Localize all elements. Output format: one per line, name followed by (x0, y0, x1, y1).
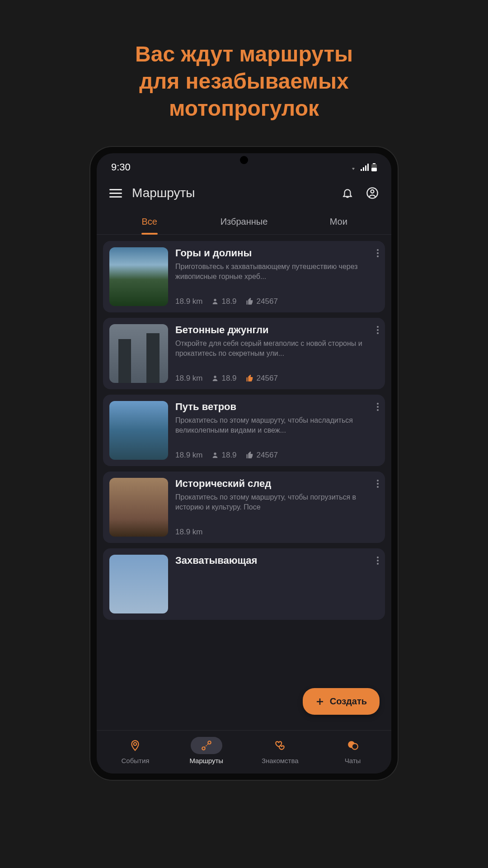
route-thumbnail (109, 247, 168, 306)
svg-point-10 (208, 741, 211, 744)
tab-2[interactable]: Мои (291, 209, 386, 234)
thumb-up-icon (246, 297, 254, 306)
route-card[interactable]: Бетонные джунгли Откройте для себя серый… (103, 318, 385, 389)
route-thumbnail (109, 401, 168, 460)
battery-icon (371, 163, 377, 171)
wifi-icon (349, 164, 358, 171)
nav-item-dating[interactable]: Знакомства (262, 737, 299, 764)
route-title: Путь ветров (175, 401, 379, 413)
route-stats: 18.9 km 18.9 24567 (175, 451, 379, 460)
card-menu-icon[interactable] (375, 478, 380, 490)
person-icon (211, 375, 219, 382)
card-menu-icon[interactable] (375, 401, 380, 413)
tab-0[interactable]: Все (102, 209, 197, 234)
route-card[interactable]: Горы и долины Приготовьтесь к захватываю… (103, 241, 385, 312)
distance-stat: 18.9 km (175, 374, 202, 383)
people-stat: 18.9 (211, 374, 236, 383)
route-list[interactable]: Горы и долины Приготовьтесь к захватываю… (97, 235, 391, 730)
distance-stat: 18.9 km (175, 451, 202, 460)
bell-icon[interactable] (342, 187, 353, 199)
route-card[interactable]: Захватывающая (103, 548, 385, 620)
svg-point-4 (371, 190, 374, 193)
route-description: Прокатитесь по этому маршруту, чтобы пог… (175, 492, 379, 523)
person-icon (211, 298, 219, 305)
route-title: Исторический след (175, 478, 379, 490)
route-title: Горы и долины (175, 247, 379, 259)
card-menu-icon[interactable] (375, 555, 380, 566)
people-stat: 18.9 (211, 297, 236, 306)
likes-stat: 24567 (246, 374, 278, 383)
distance-stat: 18.9 km (175, 528, 202, 537)
likes-stat: 24567 (246, 297, 278, 306)
route-card[interactable]: Исторический след Прокатитесь по этому м… (103, 472, 385, 543)
camera-notch (240, 156, 248, 164)
likes-stat: 24567 (246, 451, 278, 460)
phone-screen: 9:30 Маршруты ВсеИзбранныеМои Горы и дол… (97, 153, 391, 774)
nav-item-chats[interactable]: Чаты (337, 737, 369, 764)
routes-icon (191, 737, 222, 754)
route-title: Бетонные джунгли (175, 324, 379, 336)
svg-point-8 (134, 743, 137, 746)
thumb-up-icon (246, 374, 254, 382)
signal-icon (361, 164, 369, 171)
route-stats: 18.9 km 18.9 24567 (175, 374, 379, 383)
card-menu-icon[interactable] (375, 247, 380, 259)
route-description: Прокатитесь по этому маршруту, чтобы нас… (175, 415, 379, 446)
svg-point-6 (214, 376, 216, 378)
status-time: 9:30 (111, 161, 131, 173)
thumb-up-icon (246, 451, 254, 459)
nav-item-routes[interactable]: Маршруты (189, 737, 223, 764)
page-title: Маршруты (132, 186, 332, 200)
route-thumbnail (109, 555, 168, 613)
route-stats: 18.9 km (175, 528, 379, 537)
person-icon (211, 452, 219, 459)
svg-point-12 (352, 744, 357, 750)
route-description: Приготовьтесь к захватывающему путешеств… (175, 262, 379, 292)
svg-point-5 (214, 299, 216, 301)
nav-label: События (121, 757, 149, 764)
nav-label: Маршруты (189, 757, 223, 764)
profile-icon[interactable] (366, 187, 379, 199)
svg-rect-2 (371, 168, 377, 171)
card-menu-icon[interactable] (375, 324, 380, 336)
route-title: Захватывающая (175, 555, 379, 566)
route-description: Откройте для себя серый мегаполис с ново… (175, 339, 379, 369)
tab-1[interactable]: Избранные (197, 209, 291, 234)
route-thumbnail (109, 324, 168, 383)
phone-mockup-frame: 9:30 Маршруты ВсеИзбранныеМои Горы и дол… (90, 147, 398, 780)
bottom-nav: События Маршруты Знакомства Чаты (97, 730, 391, 774)
plus-icon (315, 697, 324, 706)
tab-bar: ВсеИзбранныеМои (97, 209, 391, 235)
svg-point-7 (214, 453, 216, 455)
hero-headline: Вас ждут маршруты для незабываемых мотоп… (135, 41, 353, 122)
route-card[interactable]: Путь ветров Прокатитесь по этому маршрут… (103, 395, 385, 466)
route-stats: 18.9 km 18.9 24567 (175, 297, 379, 306)
svg-rect-0 (373, 163, 375, 164)
chats-icon (337, 737, 369, 754)
route-description (175, 569, 379, 613)
nav-item-events[interactable]: События (119, 737, 151, 764)
app-header: Маршруты (97, 177, 391, 209)
events-icon (119, 737, 151, 754)
distance-stat: 18.9 km (175, 297, 202, 306)
menu-icon[interactable] (109, 189, 122, 198)
dating-icon (264, 737, 296, 754)
nav-label: Чаты (345, 757, 361, 764)
people-stat: 18.9 (211, 451, 236, 460)
nav-label: Знакомства (262, 757, 299, 764)
create-button[interactable]: Создать (303, 688, 380, 715)
route-thumbnail (109, 478, 168, 537)
